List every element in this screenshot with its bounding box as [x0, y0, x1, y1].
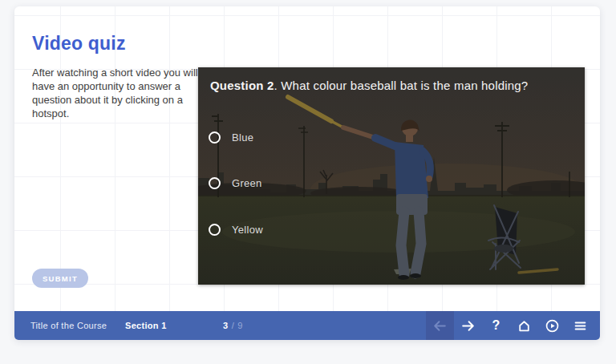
page-title: Video quiz	[32, 33, 126, 55]
question-text: Question 2. What colour baseball bat is …	[210, 78, 577, 94]
answer-option-label: Blue	[232, 131, 253, 144]
home-icon	[517, 318, 532, 334]
answer-option-blue[interactable]: Blue	[209, 129, 253, 145]
next-button[interactable]	[454, 311, 482, 340]
answer-option-yellow[interactable]: Yellow	[209, 221, 263, 237]
player-footer-bar: Title of the Course Section 1 3 / 9 ?	[14, 311, 600, 340]
arrow-left-icon	[432, 318, 448, 334]
submit-button[interactable]: SUBMIT	[32, 269, 88, 288]
answer-option-label: Yellow	[232, 224, 263, 236]
question-number: Question 2	[210, 79, 274, 92]
page-divider: /	[232, 321, 235, 330]
radio-icon[interactable]	[209, 224, 221, 236]
answer-option-label: Green	[232, 177, 262, 189]
hamburger-menu-icon	[573, 318, 588, 334]
question-body: . What colour baseball bat is the man ho…	[274, 79, 529, 92]
replay-button[interactable]	[538, 311, 566, 340]
record-play-icon	[545, 318, 560, 334]
page-current: 3	[223, 321, 229, 330]
radio-icon[interactable]	[209, 177, 221, 189]
footer-nav: ?	[426, 311, 594, 340]
section-label: Section 1	[125, 311, 167, 340]
slide-card: Video quiz After watching a short video …	[14, 6, 600, 340]
page-total: 9	[237, 321, 243, 330]
menu-button[interactable]	[566, 311, 594, 340]
question-mark-icon: ?	[492, 318, 500, 333]
course-title: Title of the Course	[30, 311, 107, 340]
answer-option-green[interactable]: Green	[209, 175, 262, 191]
quiz-video-panel[interactable]: Question 2. What colour baseball bat is …	[198, 67, 585, 285]
slide-description: After watching a short video you will ha…	[32, 66, 199, 120]
arrow-right-icon	[460, 318, 476, 334]
back-button[interactable]	[426, 311, 454, 340]
page-indicator: 3 / 9	[223, 311, 243, 340]
home-button[interactable]	[510, 311, 538, 340]
radio-icon[interactable]	[209, 131, 221, 144]
help-button[interactable]: ?	[482, 311, 510, 340]
